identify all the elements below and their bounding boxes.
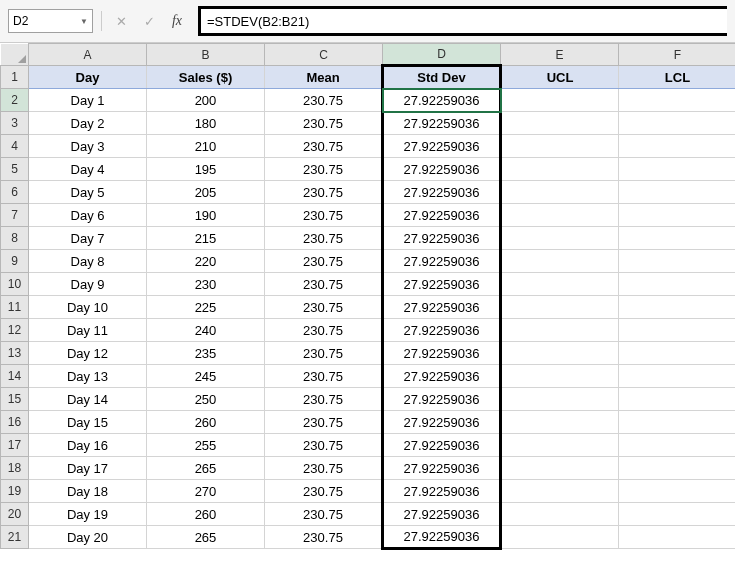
cell-day[interactable]: Day 19	[29, 503, 147, 526]
row-header-21[interactable]: 21	[1, 526, 29, 549]
cell-sales[interactable]: 265	[147, 526, 265, 549]
cell-mean[interactable]: 230.75	[265, 365, 383, 388]
cell-sales[interactable]: 270	[147, 480, 265, 503]
cell-sales[interactable]: 205	[147, 181, 265, 204]
row-header-12[interactable]: 12	[1, 319, 29, 342]
cell-ucl[interactable]	[501, 526, 619, 549]
cell-stddev[interactable]: 27.92259036	[383, 457, 501, 480]
cell-sales[interactable]: 265	[147, 457, 265, 480]
row-header-2[interactable]: 2	[1, 89, 29, 112]
row-header-6[interactable]: 6	[1, 181, 29, 204]
cell-lcl[interactable]	[619, 296, 736, 319]
cell-sales[interactable]: 230	[147, 273, 265, 296]
cell-mean[interactable]: 230.75	[265, 457, 383, 480]
cell-lcl[interactable]	[619, 158, 736, 181]
cell-sales[interactable]: 220	[147, 250, 265, 273]
row-header-7[interactable]: 7	[1, 204, 29, 227]
cell-mean[interactable]: 230.75	[265, 342, 383, 365]
cell-stddev[interactable]: 27.92259036	[383, 158, 501, 181]
cell-day[interactable]: Day 4	[29, 158, 147, 181]
cell-ucl[interactable]	[501, 158, 619, 181]
name-box[interactable]: D2 ▼	[8, 9, 93, 33]
cell-day[interactable]: Day 13	[29, 365, 147, 388]
cell-lcl[interactable]	[619, 273, 736, 296]
cell-ucl[interactable]	[501, 227, 619, 250]
cell-stddev[interactable]: 27.92259036	[383, 365, 501, 388]
cell-lcl[interactable]	[619, 227, 736, 250]
cell-sales[interactable]: 250	[147, 388, 265, 411]
cell-stddev[interactable]: 27.92259036	[383, 388, 501, 411]
cell-sales[interactable]: 210	[147, 135, 265, 158]
cell-ucl[interactable]	[501, 135, 619, 158]
cell-lcl[interactable]	[619, 365, 736, 388]
cell-stddev[interactable]: 27.92259036	[383, 411, 501, 434]
data-header-F[interactable]: LCL	[619, 66, 736, 89]
cell-day[interactable]: Day 8	[29, 250, 147, 273]
cell-day[interactable]: Day 7	[29, 227, 147, 250]
cell-sales[interactable]: 215	[147, 227, 265, 250]
cell-ucl[interactable]	[501, 388, 619, 411]
cell-stddev[interactable]: 27.92259036	[383, 342, 501, 365]
cell-sales[interactable]: 195	[147, 158, 265, 181]
cell-stddev[interactable]: 27.92259036	[383, 204, 501, 227]
cell-sales[interactable]: 235	[147, 342, 265, 365]
cell-ucl[interactable]	[501, 296, 619, 319]
cell-day[interactable]: Day 1	[29, 89, 147, 112]
cell-ucl[interactable]	[501, 319, 619, 342]
cell-ucl[interactable]	[501, 342, 619, 365]
row-header-19[interactable]: 19	[1, 480, 29, 503]
cell-lcl[interactable]	[619, 89, 736, 112]
cell-lcl[interactable]	[619, 526, 736, 549]
enter-icon[interactable]: ✓	[138, 10, 160, 32]
formula-input[interactable]	[207, 14, 721, 29]
cell-day[interactable]: Day 16	[29, 434, 147, 457]
cell-day[interactable]: Day 14	[29, 388, 147, 411]
cell-lcl[interactable]	[619, 342, 736, 365]
col-header-C[interactable]: C	[265, 44, 383, 66]
cell-ucl[interactable]	[501, 411, 619, 434]
cell-day[interactable]: Day 18	[29, 480, 147, 503]
cell-sales[interactable]: 240	[147, 319, 265, 342]
data-header-B[interactable]: Sales ($)	[147, 66, 265, 89]
cell-sales[interactable]: 200	[147, 89, 265, 112]
fx-icon[interactable]: fx	[166, 10, 188, 32]
col-header-D[interactable]: D	[383, 44, 501, 66]
row-header-4[interactable]: 4	[1, 135, 29, 158]
row-header-11[interactable]: 11	[1, 296, 29, 319]
row-header-9[interactable]: 9	[1, 250, 29, 273]
cell-ucl[interactable]	[501, 365, 619, 388]
cell-sales[interactable]: 255	[147, 434, 265, 457]
row-header-18[interactable]: 18	[1, 457, 29, 480]
cell-sales[interactable]: 245	[147, 365, 265, 388]
cell-ucl[interactable]	[501, 250, 619, 273]
cell-ucl[interactable]	[501, 434, 619, 457]
cell-lcl[interactable]	[619, 319, 736, 342]
cell-mean[interactable]: 230.75	[265, 273, 383, 296]
data-header-E[interactable]: UCL	[501, 66, 619, 89]
cell-day[interactable]: Day 5	[29, 181, 147, 204]
row-header-20[interactable]: 20	[1, 503, 29, 526]
cell-stddev[interactable]: 27.92259036	[383, 227, 501, 250]
row-header-1[interactable]: 1	[1, 66, 29, 89]
cell-stddev[interactable]: 27.92259036	[383, 480, 501, 503]
cell-lcl[interactable]	[619, 503, 736, 526]
cancel-icon[interactable]: ✕	[110, 10, 132, 32]
data-header-D[interactable]: Std Dev	[383, 66, 501, 89]
row-header-5[interactable]: 5	[1, 158, 29, 181]
cell-sales[interactable]: 260	[147, 503, 265, 526]
cell-lcl[interactable]	[619, 388, 736, 411]
cell-stddev[interactable]: 27.92259036	[383, 135, 501, 158]
cell-sales[interactable]: 260	[147, 411, 265, 434]
cell-ucl[interactable]	[501, 273, 619, 296]
cell-mean[interactable]: 230.75	[265, 204, 383, 227]
cell-mean[interactable]: 230.75	[265, 296, 383, 319]
cell-mean[interactable]: 230.75	[265, 250, 383, 273]
row-header-10[interactable]: 10	[1, 273, 29, 296]
cell-ucl[interactable]	[501, 89, 619, 112]
cell-stddev[interactable]: 27.92259036	[383, 503, 501, 526]
cell-mean[interactable]: 230.75	[265, 411, 383, 434]
cell-stddev[interactable]: 27.92259036	[383, 112, 501, 135]
row-header-15[interactable]: 15	[1, 388, 29, 411]
cell-lcl[interactable]	[619, 411, 736, 434]
col-header-B[interactable]: B	[147, 44, 265, 66]
